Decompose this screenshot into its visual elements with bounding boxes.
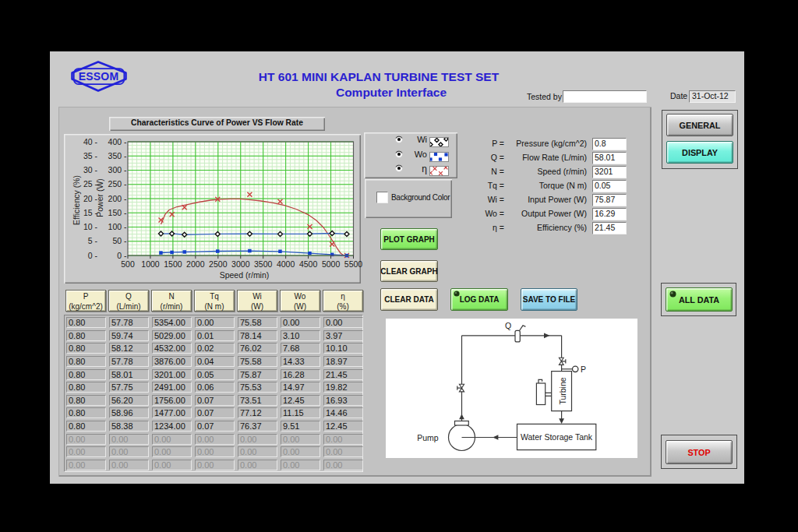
svg-text:P: P [581,365,586,374]
svg-text:4000: 4000 [277,259,295,269]
svg-text:Efficiency (%): Efficiency (%) [72,175,81,225]
svg-text:3500: 3500 [254,259,273,269]
svg-text:2000: 2000 [186,259,205,269]
svg-text:Speed (r/min): Speed (r/min) [220,270,270,280]
svg-text:Power (W): Power (W) [95,178,104,217]
svg-text:50 -: 50 - [112,236,127,245]
svg-text:Pump: Pump [417,433,439,442]
svg-text:Turbine: Turbine [558,377,567,404]
svg-text:5000: 5000 [322,259,341,269]
svg-text:350 -: 350 - [108,151,127,160]
svg-text:Q: Q [505,321,511,330]
svg-text:4500: 4500 [299,259,318,269]
svg-text:0 -: 0 - [88,251,98,260]
svg-text:300 -: 300 - [108,165,127,174]
svg-text:5500: 5500 [344,259,363,269]
svg-text:100 -: 100 - [108,222,127,231]
svg-text:1500: 1500 [164,259,182,269]
svg-text:10 -: 10 - [83,222,98,231]
svg-text:5 -: 5 - [88,236,98,245]
svg-text:30 -: 30 - [83,165,98,174]
svg-text:3000: 3000 [231,259,250,269]
svg-text:250 -: 250 - [108,179,127,188]
svg-text:Water Storage Tank: Water Storage Tank [521,432,593,442]
svg-text:35 -: 35 - [83,151,98,160]
svg-text:40 -: 40 - [83,137,98,146]
svg-text:200 -: 200 - [108,194,127,203]
svg-text:150 -: 150 - [108,208,127,217]
svg-text:500: 500 [121,259,135,269]
svg-text:2500: 2500 [209,259,228,269]
svg-text:400 -: 400 - [108,137,127,146]
svg-text:1000: 1000 [141,259,160,269]
